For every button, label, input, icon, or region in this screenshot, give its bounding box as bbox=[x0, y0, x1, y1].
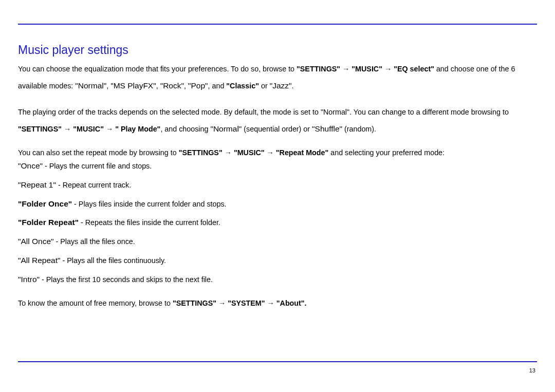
body-text: You can choose the equalization mode tha… bbox=[18, 61, 537, 311]
page-number: 13 bbox=[529, 367, 535, 374]
mode-name: "All Once" bbox=[18, 237, 54, 246]
mode-name: "All Repeat" bbox=[18, 256, 61, 265]
mode-desc: - Plays the first 10 seconds and skips t… bbox=[40, 275, 213, 284]
mode-name: "Repeat 1" bbox=[18, 180, 56, 189]
paragraph-eq: You can choose the equalization mode tha… bbox=[18, 61, 537, 95]
mode-name: "Jazz" bbox=[270, 81, 292, 90]
list-item: "Intro" - Plays the first 10 seconds and… bbox=[18, 273, 537, 286]
text: . bbox=[292, 82, 294, 90]
repeat-modes-list: "Once" - Plays the current file and stop… bbox=[18, 160, 537, 286]
mode-name: "Folder Repeat" bbox=[18, 218, 79, 227]
text: or bbox=[259, 82, 270, 90]
mode-name: "Classic" bbox=[226, 82, 259, 90]
mode-desc: - Plays files inside the current folder … bbox=[72, 200, 226, 208]
text: You can choose the equalization mode tha… bbox=[18, 65, 297, 73]
nav-path: "SETTINGS" → "MUSIC" → "EQ select" bbox=[297, 65, 434, 73]
mode-desc: - Plays all the files once. bbox=[54, 237, 135, 246]
list-item: "All Repeat" - Plays all the files conti… bbox=[18, 254, 537, 267]
paragraph-playmode: The playing order of the tracks depends … bbox=[18, 104, 537, 138]
text: , and choosing bbox=[160, 125, 210, 133]
nav-path: "SETTINGS" → "MUSIC" → "Repeat Mode" bbox=[179, 148, 329, 157]
list-item: "Folder Repeat" - Repeats the files insi… bbox=[18, 216, 537, 229]
list-item: "Once" - Plays the current file and stop… bbox=[18, 160, 537, 173]
text: , bbox=[184, 82, 188, 90]
list-item: "All Once" - Plays all the files once. bbox=[18, 235, 537, 248]
section-heading: Music player settings bbox=[18, 43, 537, 57]
mode-name: "Rock" bbox=[160, 81, 184, 90]
mode-name: "Once" bbox=[18, 161, 43, 170]
bottom-divider bbox=[18, 361, 537, 362]
mode-name: "Folder Once" bbox=[18, 199, 72, 208]
mode-name: "Pop" bbox=[188, 81, 208, 90]
nav-path: "SETTINGS" → "SYSTEM" → "About". bbox=[173, 299, 307, 307]
text: , bbox=[156, 82, 160, 90]
text: The playing order of the tracks depends … bbox=[18, 108, 509, 116]
text: and selecting your preferred mode: bbox=[328, 148, 445, 157]
text: You can also set the repeat mode by brow… bbox=[18, 148, 179, 157]
paragraph-memory: To know the amount of free memory, brows… bbox=[18, 295, 537, 311]
text: , bbox=[106, 82, 110, 90]
mode-name: "Shuffle" bbox=[312, 124, 342, 133]
top-divider bbox=[18, 24, 537, 25]
mode-name: "Normal" bbox=[75, 81, 106, 90]
mode-desc: - Plays all the files continuously. bbox=[61, 256, 166, 265]
list-item: "Folder Once" - Plays files inside the c… bbox=[18, 198, 537, 211]
nav-path: "SETTINGS" → "MUSIC" → " Play Mode" bbox=[18, 125, 160, 133]
text: (random). bbox=[342, 125, 376, 133]
mode-name: "Normal" bbox=[210, 124, 242, 133]
mode-desc: - Repeats the files inside the current f… bbox=[79, 218, 220, 227]
paragraph-repeatmode: You can also set the repeat mode by brow… bbox=[18, 147, 537, 159]
mode-name: "Intro" bbox=[18, 275, 40, 284]
text: To know the amount of free memory, brows… bbox=[18, 299, 173, 307]
mode-desc: - Plays the current file and stops. bbox=[43, 162, 152, 170]
text: (sequential order) or bbox=[242, 125, 312, 133]
text: , and bbox=[208, 82, 227, 90]
list-item: "Repeat 1" - Repeat current track. bbox=[18, 179, 537, 192]
manual-page: Music player settings You can choose the… bbox=[0, 0, 555, 392]
mode-name: "MS PlayFX" bbox=[110, 81, 156, 90]
mode-desc: - Repeat current track. bbox=[56, 181, 131, 189]
